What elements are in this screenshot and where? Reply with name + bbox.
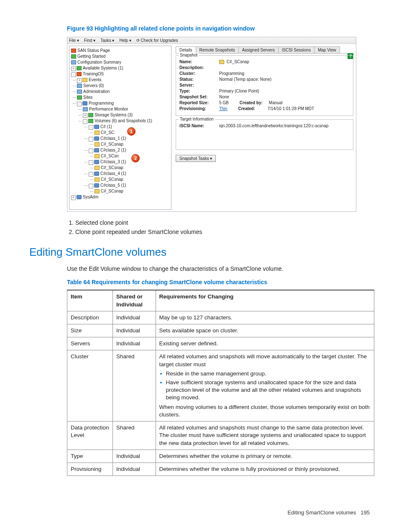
tree-item[interactable]: Getting Started (71, 54, 169, 59)
tree-item[interactable]: -C#class_2 (1) C#_SCsn (89, 147, 169, 159)
col-item: Item (67, 290, 113, 311)
tree-item[interactable]: Performance Monitor (83, 106, 169, 112)
tree-item[interactable]: +Events (77, 77, 169, 83)
figure-caption: Figure 93 Highlighting all related clone… (67, 25, 370, 32)
tree-item[interactable]: +Available Systems (1) (71, 65, 169, 71)
tree-item[interactable]: C#_SCsnap (95, 188, 169, 194)
table-row: Description Individual May be up to 127 … (67, 311, 374, 324)
callout-2: 2 (131, 154, 140, 162)
snapshot-tasks-button[interactable]: Snapshot Tasks ▾ (176, 155, 216, 162)
snapshot-legend: Snapshot (179, 53, 199, 57)
menu-tasks[interactable]: Tasks ▾ (100, 38, 114, 43)
tab-map-view[interactable]: Map View (314, 46, 340, 53)
menu-find[interactable]: Find ▾ (84, 38, 95, 43)
table-row: Type Individual Determines whether the v… (67, 450, 374, 463)
snapshot-fieldset: Snapshot Name: C#_SCsnap Description: Cl… (176, 55, 353, 116)
tree-item[interactable]: -C#class_4 (1) C#_SCsnap (89, 171, 169, 182)
target-fieldset: Target Information iSCSI Name:iqn.2003-1… (176, 119, 353, 150)
provisioning-link[interactable]: Thin (219, 106, 227, 111)
tree-item[interactable]: -Programming Performance Monitor +Storag… (77, 100, 169, 194)
tree-item[interactable]: C#_SCsnap (95, 177, 169, 182)
table-row: Provisioning Individual Determines wheth… (67, 463, 374, 476)
callout-1: 1 (127, 127, 136, 136)
table-row: Servers Individual Existing server defin… (67, 337, 374, 350)
tree-item[interactable]: Configuration Summary (71, 59, 169, 65)
menu-file[interactable]: File ▾ (69, 38, 79, 43)
menu-help[interactable]: Help ▾ (119, 38, 131, 43)
tab-remote-snapshots[interactable]: Remote Snapshots (196, 46, 239, 53)
tree-item[interactable]: -Volumes (6) and Snapshots (1) -C# (1) C… (83, 118, 169, 194)
section-heading: Editing SmartClone volumes (29, 246, 370, 259)
tab-iscsi-sessions[interactable]: iSCSI Sessions (278, 46, 315, 53)
table-row: Data protection Level Shared All related… (67, 421, 374, 450)
screenshot: File ▾ Find ▾ Tasks ▾ Help ▾ ⟳ Check for… (67, 37, 356, 212)
tree-item[interactable]: +SysAdm (71, 194, 169, 200)
tree-item[interactable]: -C#class_5 (1) C#_SCsnap (89, 182, 169, 194)
section-intro: Use the Edit Volume window to change the… (67, 265, 370, 273)
figure-notes: Selected clone point Clone point repeate… (67, 219, 370, 235)
table-row: Size Individual Sets available space on … (67, 324, 374, 337)
tree-item[interactable]: C#_SCsnap (95, 141, 169, 147)
tree-item[interactable]: -TrainingOS +Events Servers (0) Administ… (71, 71, 169, 194)
tree-item[interactable]: C#_SCsnap (95, 165, 169, 171)
col-shared: Shared or Individual (113, 290, 156, 311)
figure-note-2: Clone point repeated under SmartClone vo… (75, 229, 370, 235)
detail-pane: Details Remote Snapshots Assigned Server… (173, 44, 356, 211)
tree-item[interactable]: Sites (77, 95, 169, 100)
tree-item[interactable]: -C#class_3 (1) C#_SCsnap (89, 159, 169, 171)
tab-details[interactable]: Details (176, 46, 196, 53)
table-caption: Table 64 Requirements for changing Smart… (67, 279, 370, 285)
page-footer: Editing SmartClone volumes 195 (29, 509, 370, 516)
col-req: Requirements for Changing (156, 290, 374, 311)
app-menubar: File ▾ Find ▾ Tasks ▾ Help ▾ ⟳ Check for… (67, 37, 356, 44)
detail-tabs: Details Remote Snapshots Assigned Server… (176, 46, 353, 54)
tree-item[interactable]: SAN Status Page (71, 48, 169, 54)
menu-check-upgrades[interactable]: ⟳ Check for Upgrades (136, 38, 178, 43)
tree-item[interactable]: Servers (0) (77, 83, 169, 89)
tree-item[interactable]: -C#class_1 (1) C#_SCsnap (89, 136, 169, 147)
table-row: Cluster Shared All related volumes and s… (67, 350, 374, 421)
tree-item[interactable]: Administration (77, 89, 169, 95)
target-legend: Target Information (179, 117, 215, 121)
nav-tree: SAN Status Page Getting Started Configur… (69, 46, 171, 210)
figure-note-1: Selected clone point (75, 219, 370, 226)
tree-item[interactable]: +Storage Systems (3) (83, 112, 169, 118)
tab-assigned-servers[interactable]: Assigned Servers (238, 46, 279, 53)
requirements-table: Item Shared or Individual Requirements f… (67, 290, 374, 476)
